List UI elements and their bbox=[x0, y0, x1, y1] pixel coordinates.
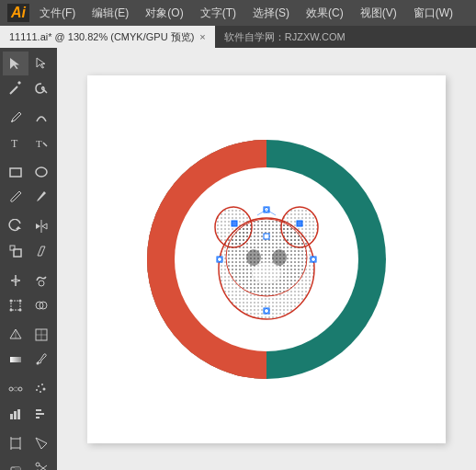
svg-marker-12 bbox=[38, 246, 45, 256]
svg-point-72 bbox=[272, 249, 287, 266]
canvas-page bbox=[87, 75, 446, 443]
menu-edit[interactable]: 编辑(E) bbox=[89, 4, 131, 23]
scissors-tool[interactable] bbox=[28, 456, 54, 470]
pen-tool[interactable] bbox=[3, 106, 28, 130]
tab-title: 11111.ai* @ 130.82% (CMYK/GPU 预览) bbox=[9, 30, 194, 44]
svg-point-63 bbox=[226, 219, 307, 296]
shear-tool[interactable] bbox=[28, 239, 54, 263]
svg-rect-38 bbox=[17, 409, 20, 419]
svg-point-75 bbox=[265, 308, 269, 313]
svg-point-33 bbox=[36, 389, 38, 391]
svg-rect-40 bbox=[36, 413, 44, 415]
svg-point-7 bbox=[36, 167, 47, 177]
svg-rect-42 bbox=[11, 439, 20, 448]
scale-tool[interactable] bbox=[3, 239, 28, 263]
title-bar: Ai 文件(F) 编辑(E) 对象(O) 文字(T) 选择(S) 效果(C) 视… bbox=[0, 0, 476, 26]
pencil-tool[interactable] bbox=[28, 185, 54, 209]
svg-marker-8 bbox=[16, 226, 21, 229]
slice-tool[interactable] bbox=[28, 431, 54, 455]
svg-point-76 bbox=[218, 257, 222, 261]
eraser-tool[interactable] bbox=[3, 456, 28, 470]
svg-point-19 bbox=[19, 309, 22, 312]
svg-point-31 bbox=[38, 385, 40, 387]
svg-point-14 bbox=[39, 281, 44, 286]
svg-point-49 bbox=[36, 463, 40, 466]
svg-marker-1 bbox=[17, 81, 21, 85]
svg-point-77 bbox=[312, 257, 316, 261]
menu-file[interactable]: 文件(F) bbox=[37, 4, 78, 23]
app-logo: Ai bbox=[7, 4, 29, 22]
menu-view[interactable]: 视图(V) bbox=[357, 4, 400, 23]
svg-point-73 bbox=[252, 262, 281, 284]
bar-graph-tool[interactable] bbox=[28, 402, 54, 426]
main-area: T T bbox=[0, 48, 476, 470]
menu-object[interactable]: 对象(O) bbox=[142, 4, 186, 23]
svg-point-30 bbox=[18, 387, 22, 391]
reflect-tool[interactable] bbox=[28, 214, 54, 238]
svg-point-35 bbox=[40, 391, 41, 393]
svg-rect-6 bbox=[10, 168, 21, 177]
paintbrush-tool[interactable] bbox=[3, 185, 28, 209]
svg-point-28 bbox=[37, 362, 40, 365]
column-graph-tool[interactable] bbox=[3, 402, 28, 426]
svg-rect-15 bbox=[11, 301, 20, 310]
svg-point-71 bbox=[246, 249, 261, 266]
svg-point-2 bbox=[11, 120, 13, 122]
canvas-area[interactable] bbox=[57, 48, 476, 470]
tab-bar: 11111.ai* @ 130.82% (CMYK/GPU 预览) × 软件自学… bbox=[0, 26, 476, 48]
perspective-tool[interactable] bbox=[3, 323, 28, 347]
shape-builder-tool[interactable] bbox=[28, 293, 54, 317]
svg-rect-69 bbox=[297, 221, 302, 226]
eyedropper-tool[interactable] bbox=[28, 348, 54, 372]
menu-bar: 文件(F) 编辑(E) 对象(O) 文字(T) 选择(S) 效果(C) 视图(V… bbox=[37, 4, 456, 23]
curvature-tool[interactable] bbox=[28, 106, 54, 130]
svg-line-0 bbox=[10, 86, 17, 94]
mesh-tool[interactable] bbox=[28, 323, 54, 347]
rotate-tool[interactable] bbox=[3, 214, 28, 238]
svg-rect-37 bbox=[14, 411, 17, 419]
artwork-svg bbox=[129, 121, 404, 397]
gradient-tool[interactable] bbox=[3, 348, 28, 372]
svg-point-32 bbox=[41, 384, 43, 385]
selection-tool[interactable] bbox=[3, 52, 28, 75]
lasso-tool[interactable] bbox=[28, 76, 54, 100]
svg-rect-39 bbox=[36, 409, 41, 411]
svg-rect-27 bbox=[10, 357, 21, 362]
menu-select[interactable]: 选择(S) bbox=[250, 4, 292, 23]
symbol-sprayer-tool[interactable] bbox=[28, 377, 54, 401]
width-tool[interactable] bbox=[3, 269, 28, 292]
free-transform-tool[interactable] bbox=[3, 293, 28, 317]
svg-rect-36 bbox=[10, 414, 13, 419]
svg-point-16 bbox=[10, 300, 13, 303]
menu-type[interactable]: 文字(T) bbox=[198, 4, 239, 23]
svg-text:T: T bbox=[36, 138, 42, 149]
type-tool[interactable]: T bbox=[3, 131, 28, 155]
touch-type-tool[interactable]: T bbox=[28, 131, 54, 155]
svg-point-29 bbox=[9, 387, 13, 391]
blend-tool[interactable] bbox=[3, 377, 28, 401]
svg-point-34 bbox=[43, 388, 46, 391]
artboard-tool[interactable] bbox=[3, 431, 28, 455]
svg-point-18 bbox=[10, 309, 13, 312]
magic-wand-tool[interactable] bbox=[3, 76, 28, 100]
svg-rect-70 bbox=[264, 234, 269, 239]
tab-close-button[interactable]: × bbox=[199, 31, 205, 42]
svg-rect-68 bbox=[232, 221, 237, 226]
svg-point-17 bbox=[19, 300, 22, 303]
rectangle-tool[interactable] bbox=[3, 160, 28, 184]
warp-tool[interactable] bbox=[28, 269, 54, 292]
toolbar: T T bbox=[0, 48, 57, 470]
svg-rect-41 bbox=[36, 417, 40, 418]
menu-effect[interactable]: 效果(C) bbox=[303, 4, 346, 23]
direct-selection-tool[interactable] bbox=[28, 52, 54, 75]
svg-text:T: T bbox=[11, 137, 18, 150]
menu-window[interactable]: 窗口(W) bbox=[411, 4, 456, 23]
ellipse-tool[interactable] bbox=[28, 160, 54, 184]
tab-extra-info: 软件自学网：RJZXW.COM bbox=[215, 30, 355, 44]
svg-line-5 bbox=[43, 143, 47, 146]
active-tab[interactable]: 11111.ai* @ 130.82% (CMYK/GPU 预览) × bbox=[0, 26, 215, 48]
